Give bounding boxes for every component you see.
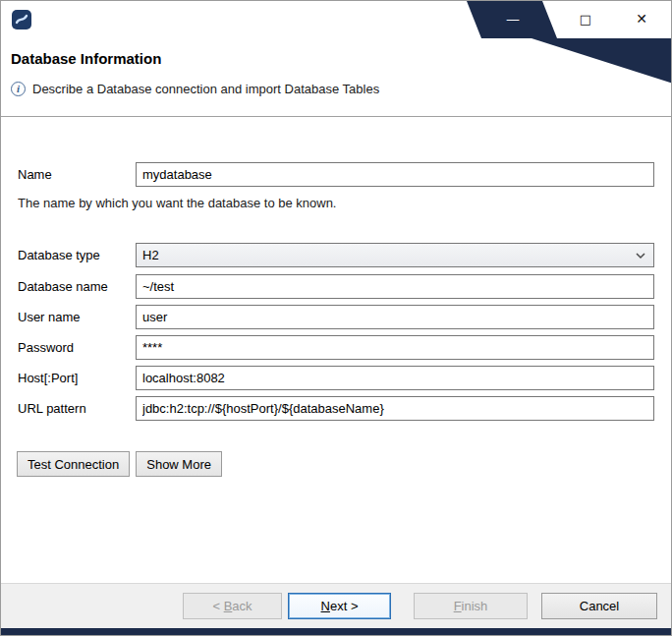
dialog-window: — □ ✕ Database Information i Describe a … <box>0 0 672 636</box>
show-more-button[interactable]: Show More <box>136 451 222 477</box>
database-type-row: Database type H2 <box>18 243 654 267</box>
next-button[interactable]: Next > <box>288 593 391 619</box>
header-separator <box>1 116 671 117</box>
name-label: Name <box>18 167 136 182</box>
action-button-row: Test Connection Show More <box>17 451 222 477</box>
name-help-text: The name by which you want the database … <box>18 196 336 210</box>
database-name-row: Database name <box>18 274 654 299</box>
host-port-row: Host[:Port] <box>18 366 654 390</box>
wizard-description: Describe a Database connection and impor… <box>32 82 379 96</box>
url-pattern-input[interactable] <box>136 396 654 421</box>
maximize-icon: □ <box>580 12 591 27</box>
titlebar: — □ ✕ <box>1 1 671 38</box>
chevron-down-icon <box>636 252 645 260</box>
close-icon: ✕ <box>636 11 647 27</box>
name-input[interactable] <box>136 162 654 187</box>
minimize-button[interactable]: — <box>496 4 530 33</box>
page-title: Database Information <box>11 50 161 67</box>
url-pattern-label: URL pattern <box>18 401 136 416</box>
minimize-icon: — <box>506 11 520 27</box>
password-label: Password <box>18 340 136 355</box>
database-name-input[interactable] <box>136 274 654 299</box>
password-input[interactable] <box>136 335 654 360</box>
info-icon: i <box>11 82 26 96</box>
name-row: Name <box>18 162 654 187</box>
user-name-label: User name <box>18 310 136 324</box>
wizard-button-bar: < Back Next > Finish Cancel <box>1 583 671 629</box>
app-icon <box>11 9 32 30</box>
close-button[interactable]: ✕ <box>625 4 658 33</box>
maximize-button[interactable]: □ <box>569 4 602 33</box>
wizard-description-line: i Describe a Database connection and imp… <box>11 82 379 96</box>
password-row: Password <box>18 335 654 360</box>
finish-button[interactable]: Finish <box>414 593 528 619</box>
cancel-button[interactable]: Cancel <box>541 593 657 619</box>
back-button[interactable]: < Back <box>183 593 282 619</box>
wizard-header: Database Information i Describe a Databa… <box>1 38 671 116</box>
database-type-value: H2 <box>142 248 647 262</box>
url-pattern-row: URL pattern <box>18 396 654 421</box>
test-connection-button[interactable]: Test Connection <box>17 451 130 477</box>
host-port-label: Host[:Port] <box>18 371 136 385</box>
database-name-label: Database name <box>18 279 136 294</box>
database-type-label: Database type <box>18 248 136 262</box>
database-type-select[interactable]: H2 <box>136 243 654 267</box>
back-label: < <box>212 599 223 613</box>
user-name-row: User name <box>18 305 654 329</box>
host-port-input[interactable] <box>136 366 654 390</box>
user-name-input[interactable] <box>136 305 654 329</box>
bottom-accent-strip <box>1 628 671 635</box>
